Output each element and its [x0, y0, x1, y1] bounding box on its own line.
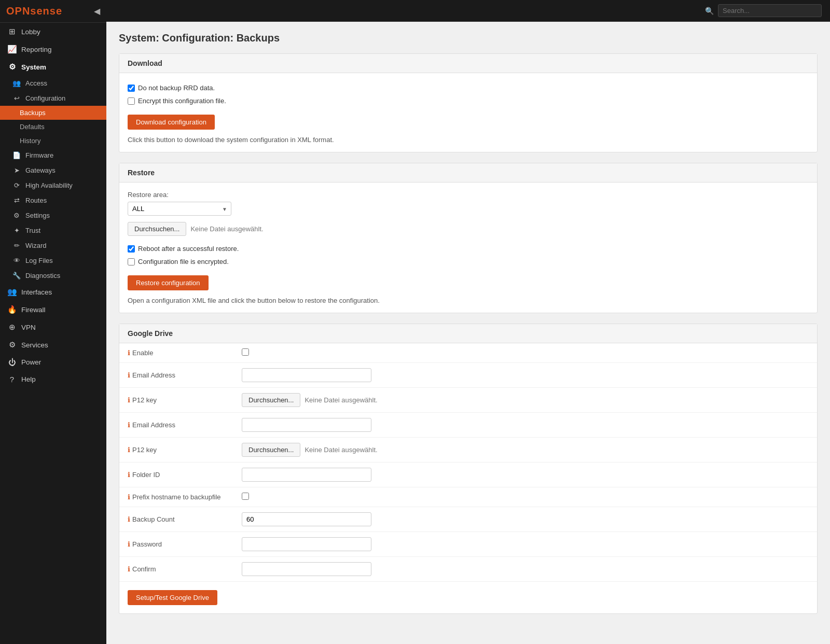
encrypt-checkbox-label[interactable]: Encrypt this configuration file. — [138, 97, 226, 105]
gd-p12key2-label: ℹ P12 key — [128, 446, 242, 454]
sidebar-item-firewall[interactable]: 🔥 Firewall — [0, 301, 106, 318]
reboot-checkbox[interactable] — [128, 245, 135, 253]
gd-setup-test-button[interactable]: Setup/Test Google Drive — [128, 590, 217, 605]
gd-password-input[interactable] — [242, 537, 371, 551]
sidebar-item-defaults[interactable]: Defaults — [0, 120, 106, 134]
sidebar-item-vpn[interactable]: ⊕ VPN — [0, 318, 106, 336]
settings-icon: ⚙ — [12, 212, 21, 219]
firmware-icon: 📄 — [12, 151, 21, 159]
restore-browse-button[interactable]: Durchsuchen... — [128, 222, 186, 236]
diagnostics-icon: 🔧 — [12, 272, 21, 279]
gd-enable-checkbox[interactable] — [242, 348, 249, 356]
sidebar-item-label: Reporting — [21, 46, 52, 53]
gd-enable-control — [242, 348, 809, 357]
sidebar-item-label: Firewall — [21, 306, 46, 314]
p12key2-info-icon: ℹ — [128, 446, 130, 454]
p12key1-info-icon: ℹ — [128, 396, 130, 404]
gd-backupcount-row: ℹ Backup Count — [119, 507, 817, 532]
main-wrapper: 🔍 System: Configuration: Backups Downloa… — [106, 0, 830, 644]
encrypt-checkbox-row: Encrypt this configuration file. — [128, 94, 809, 107]
sidebar-item-label: Services — [21, 341, 48, 349]
gd-backupcount-label: ℹ Backup Count — [128, 515, 242, 523]
sidebar-item-label: Wizard — [25, 242, 46, 249]
restore-area-select[interactable]: ALL System Interfaces Firewall Routing — [128, 202, 231, 216]
download-configuration-button[interactable]: Download configuration — [128, 115, 215, 130]
gd-prefix-checkbox[interactable] — [242, 493, 249, 500]
restore-configuration-button[interactable]: Restore configuration — [128, 275, 209, 290]
reboot-checkbox-row: Reboot after a successful restore. — [128, 242, 809, 255]
lobby-icon: ⊞ — [7, 27, 17, 36]
reboot-checkbox-label[interactable]: Reboot after a successful restore. — [138, 245, 239, 253]
gd-backupcount-input[interactable] — [242, 512, 371, 526]
password-info-icon: ℹ — [128, 540, 130, 548]
access-icon: 👥 — [12, 79, 21, 87]
sidebar-item-power[interactable]: ⏻ Power — [0, 354, 106, 371]
gd-email2-input[interactable] — [242, 418, 371, 432]
sidebar-item-backups[interactable]: Backups — [0, 106, 106, 120]
gd-p12key2-control: Durchsuchen... Keine Datei ausgewählt. — [242, 443, 809, 457]
sidebar-item-gateways[interactable]: ➤ Gateways — [0, 163, 106, 178]
rrd-checkbox-label[interactable]: Do not backup RRD data. — [138, 84, 215, 92]
sidebar-item-services[interactable]: ⚙ Services — [0, 336, 106, 354]
vpn-icon: ⊕ — [7, 323, 17, 332]
sidebar-item-trust[interactable]: ✦ Trust — [0, 223, 106, 238]
sidebar-item-interfaces[interactable]: 👥 Interfaces — [0, 283, 106, 301]
encrypted-checkbox-label[interactable]: Configuration file is encrypted. — [138, 258, 229, 265]
power-icon: ⏻ — [7, 358, 17, 367]
topbar-right: 🔍 — [705, 4, 822, 17]
sidebar-item-routes[interactable]: ⇄ Routes — [0, 193, 106, 208]
sidebar-item-wizard[interactable]: ✏ Wizard — [0, 238, 106, 253]
routes-icon: ⇄ — [12, 197, 21, 204]
gateways-icon: ➤ — [12, 166, 21, 174]
search-input[interactable] — [718, 4, 822, 17]
gd-p12key1-row: ℹ P12 key Durchsuchen... Keine Datei aus… — [119, 388, 817, 413]
download-section-header: Download — [119, 54, 817, 73]
restore-file-row: Durchsuchen... Keine Datei ausgewählt. — [128, 222, 809, 236]
sidebar-item-label: Power — [21, 358, 41, 366]
restore-no-file-text: Keine Datei ausgewählt. — [190, 225, 263, 233]
sidebar-toggle-icon[interactable]: ◀ — [94, 6, 100, 16]
defaults-label: Defaults — [20, 123, 45, 131]
firewall-icon: 🔥 — [7, 305, 17, 314]
encrypt-checkbox[interactable] — [128, 97, 135, 105]
gd-password-control — [242, 537, 809, 551]
configuration-icon: ↩ — [12, 94, 21, 102]
gd-enable-label: ℹ Enable — [128, 349, 242, 357]
sidebar-item-high-availability[interactable]: ⟳ High Availability — [0, 178, 106, 193]
sidebar-item-log-files[interactable]: 👁 Log Files — [0, 253, 106, 268]
trust-icon: ✦ — [12, 227, 21, 234]
gd-email2-control — [242, 418, 809, 432]
gd-email1-control — [242, 368, 809, 382]
encrypted-checkbox-row: Configuration file is encrypted. — [128, 255, 809, 268]
gd-folderid-input[interactable] — [242, 468, 371, 482]
gd-folderid-control — [242, 468, 809, 482]
sidebar-item-lobby[interactable]: ⊞ Lobby — [0, 23, 106, 40]
sidebar-item-configuration[interactable]: ↩ Configuration — [0, 91, 106, 106]
sidebar-item-label: System — [21, 63, 46, 71]
reporting-icon: 📈 — [7, 45, 17, 54]
gd-email2-row: ℹ Email Address — [119, 413, 817, 438]
email2-info-icon: ℹ — [128, 421, 130, 429]
gd-p12key1-browse-button[interactable]: Durchsuchen... — [242, 393, 300, 407]
sidebar-item-label: Trust — [25, 227, 40, 234]
sidebar-item-settings[interactable]: ⚙ Settings — [0, 208, 106, 223]
sidebar-item-access[interactable]: 👥 Access — [0, 76, 106, 91]
sidebar-item-history[interactable]: History — [0, 134, 106, 148]
gd-password-row: ℹ Password — [119, 532, 817, 557]
sidebar-item-label: Settings — [25, 212, 50, 219]
sidebar-item-label: Firmware — [25, 151, 53, 159]
sidebar-item-label: Configuration — [25, 94, 65, 102]
sidebar-item-firmware[interactable]: 📄 Firmware — [0, 148, 106, 163]
page-title: System: Configuration: Backups — [119, 32, 818, 44]
rrd-checkbox[interactable] — [128, 85, 135, 92]
sidebar-item-reporting[interactable]: 📈 Reporting — [0, 40, 106, 58]
sidebar-item-system[interactable]: ⚙ System — [0, 58, 106, 76]
sidebar-item-help[interactable]: ? Help — [0, 371, 106, 388]
sidebar-item-label: Access — [25, 79, 47, 87]
gd-p12key2-browse-button[interactable]: Durchsuchen... — [242, 443, 300, 457]
sidebar-item-diagnostics[interactable]: 🔧 Diagnostics — [0, 268, 106, 283]
gd-email1-input[interactable] — [242, 368, 371, 382]
encrypted-checkbox[interactable] — [128, 258, 135, 265]
folderid-info-icon: ℹ — [128, 471, 130, 479]
gd-confirm-input[interactable] — [242, 562, 371, 576]
